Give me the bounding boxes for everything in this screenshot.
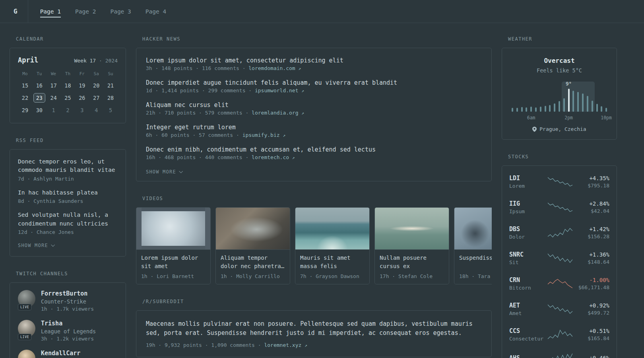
hn-meta: 21h · 710 points · 579 comments · loreml…: [146, 110, 482, 116]
left-column: CALENDAR April Week 17 · 2024 Mo Tu We T…: [10, 36, 126, 358]
video-card[interactable]: Mauris sit amet massa felis 7h · Grayson…: [295, 207, 370, 284]
live-badge: LIVE: [18, 304, 31, 310]
video-thumbnail[interactable]: [295, 208, 369, 250]
twitch-item[interactable]: KendallCarr: [18, 350, 118, 358]
weather-bar: [526, 107, 527, 112]
rss-card: Donec tempor eros leo, ut commodo mauris…: [10, 149, 126, 257]
subreddit-domain-link[interactable]: loremnet.xyz ↗: [264, 342, 307, 348]
tab-page-3[interactable]: Page 3: [109, 5, 132, 18]
video-title[interactable]: Nullam posuere cursus ex: [380, 254, 444, 270]
twitch-avatar-wrap: LIVE: [18, 320, 35, 337]
stock-change: +0.92%: [573, 302, 609, 309]
stock-change: +2.84%: [573, 200, 609, 207]
stock-row[interactable]: CRN Bitcorn -1.00% $66,171.48: [509, 271, 609, 296]
hn-domain-link[interactable]: ipsumworld.net ↗: [255, 88, 304, 93]
video-meta: 17h · Stefan Cole: [380, 273, 444, 279]
header: G Page 1 Page 2 Page 3 Page 4: [0, 0, 644, 23]
calendar-day: 19: [75, 81, 89, 90]
weather-bars: 9°: [510, 82, 609, 112]
weather-condition: Overcast: [510, 57, 609, 64]
rss-meta: 8d · Cynthia Saunders: [18, 198, 118, 204]
hn-domain-link[interactable]: loremdomain.com ↗: [248, 65, 301, 71]
video-title[interactable]: Lorem ipsum dolor sit amet consectetu…: [141, 254, 206, 270]
hn-headline[interactable]: Donec imperdiet augue tincidunt felis al…: [146, 79, 482, 86]
hn-headline[interactable]: Lorem ipsum dolor sit amet, consectetur …: [146, 57, 482, 64]
hn-headline[interactable]: Donec enim nibh, condimentum et accumsan…: [146, 146, 482, 153]
calendar-day: 22: [18, 93, 32, 103]
hn-item: Integer eget rutrum lorem 6h · 60 points…: [146, 124, 482, 138]
section-title-calendar: CALENDAR: [10, 36, 126, 42]
video-body: Aliquam tempor dolor nec pharetra… 1h · …: [216, 250, 290, 284]
video-card[interactable]: Nullam posuere cursus ex 17h · Stefan Co…: [374, 207, 449, 284]
stock-row[interactable]: SNRC Sit +1.36% $148.64: [509, 245, 609, 271]
twitch-widget: TWITCH CHANNELS LIVE ForrestBurton Count…: [10, 271, 126, 358]
calendar-day-selected: 23: [33, 93, 45, 103]
subreddit-post[interactable]: Maecenas mollis pulvinar erat non posuer…: [146, 319, 482, 338]
stock-sparkline: [547, 177, 573, 187]
right-column: WEATHER Overcast Feels like 5°C 9° 6am2p…: [502, 36, 617, 358]
tab-page-2[interactable]: Page 2: [74, 5, 97, 18]
rss-headline[interactable]: Donec tempor eros leo, ut commodo mauris…: [18, 158, 118, 175]
twitch-item[interactable]: LIVE Trisha League of Legends 3h · 1.2k …: [18, 320, 118, 342]
hn-domain-link[interactable]: loremlandia.org ↗: [252, 110, 304, 116]
stock-sparkline: [547, 202, 573, 212]
tab-page-4[interactable]: Page 4: [145, 5, 167, 18]
stock-values: +0.51% $165.84: [573, 328, 609, 341]
external-link-icon: ↗: [299, 66, 301, 71]
video-card[interactable]: Lorem ipsum dolor sit amet consectetu… 1…: [136, 207, 211, 284]
twitch-name[interactable]: KendallCarr: [41, 350, 80, 357]
stock-symbol: LDI: [509, 175, 547, 182]
video-thumbnail[interactable]: [216, 208, 290, 250]
stock-row[interactable]: IIG Ipsum +2.84% $42.04: [509, 195, 609, 220]
hn-headline[interactable]: Aliquam nec cursus elit: [146, 101, 482, 109]
stocks-card: LDI Lorem +4.35% $795.18 IIG Ipsum: [502, 165, 617, 358]
rss-meta: 7d · Ashlyn Martin: [18, 176, 118, 182]
twitch-name[interactable]: ForrestBurton: [41, 290, 94, 297]
hn-domain-link[interactable]: loremtech.co ↗: [252, 154, 295, 160]
rss-headline[interactable]: Sed volutpat nulla nisl, a condimentum n…: [18, 211, 118, 228]
video-card[interactable]: Suspendisse diam 18h · Tara: [454, 207, 492, 284]
rss-headline[interactable]: In hac habitasse platea: [18, 189, 118, 197]
twitch-meta: 1h · 1.7k viewers: [41, 306, 94, 312]
tab-label: Page 3: [110, 8, 131, 15]
stock-row[interactable]: AET Amet +0.92% $499.72: [509, 296, 609, 322]
weather-bar: [582, 93, 584, 112]
video-thumbnail[interactable]: [136, 208, 210, 250]
subreddit-meta: 19h · 9,932 points · 1,090 comments · lo…: [146, 342, 482, 348]
hn-meta: 6h · 60 points · 57 comments · ipsumify.…: [146, 132, 482, 138]
twitch-item[interactable]: LIVE ForrestBurton Counter-Strike 1h · 1…: [18, 290, 118, 312]
video-thumbnail[interactable]: [375, 208, 449, 250]
hn-meta: 3h · 148 points · 116 comments · loremdo…: [146, 65, 482, 71]
page-tabs: Page 1 Page 2 Page 3 Page 4: [39, 0, 167, 23]
hn-show-more-button[interactable]: SHOW MORE: [146, 169, 182, 175]
stock-row[interactable]: CCS Consectetur +0.51% $165.84: [509, 322, 609, 347]
app-logo[interactable]: G: [10, 0, 28, 23]
weather-bar-slot: [529, 82, 533, 112]
weather-bar-slot: [585, 82, 590, 112]
live-badge: LIVE: [18, 334, 31, 340]
rss-show-more-button[interactable]: SHOW MORE: [18, 243, 54, 248]
stock-change: +1.42%: [573, 226, 609, 232]
weather-bar: [521, 107, 523, 112]
rss-item: Donec tempor eros leo, ut commodo mauris…: [18, 158, 118, 182]
calendar-day: 29: [18, 105, 32, 115]
calendar-day-header: Su: [103, 71, 118, 78]
stock-values: +1.42% $156.28: [573, 226, 609, 239]
video-card[interactable]: Aliquam tempor dolor nec pharetra… 1h · …: [215, 207, 290, 284]
hn-meta-text: 21h · 710 points · 579 comments ·: [146, 110, 248, 116]
twitch-name[interactable]: Trisha: [41, 320, 96, 327]
stock-row[interactable]: LDI Lorem +4.35% $795.18: [509, 169, 609, 195]
tab-page-1[interactable]: Page 1: [39, 5, 62, 18]
hn-domain-link[interactable]: ipsumify.biz ↗: [242, 132, 285, 138]
video-title[interactable]: Aliquam tempor dolor nec pharetra…: [221, 254, 285, 270]
calendar-widget: CALENDAR April Week 17 · 2024 Mo Tu We T…: [10, 36, 126, 123]
stock-values: -1.00% $66,171.48: [573, 277, 609, 290]
video-title[interactable]: Mauris sit amet massa felis: [300, 254, 365, 270]
video-thumbnail[interactable]: [454, 208, 492, 250]
stock-row[interactable]: DBS Dolor +1.42% $156.28: [509, 220, 609, 245]
middle-column: HACKER NEWS Lorem ipsum dolor sit amet, …: [136, 36, 492, 358]
hn-headline[interactable]: Integer eget rutrum lorem: [146, 124, 482, 131]
video-title[interactable]: Suspendisse diam: [459, 254, 492, 270]
stock-row[interactable]: AHS +0.46%: [509, 347, 609, 358]
weather-location: Prague, Czechia: [539, 126, 586, 132]
